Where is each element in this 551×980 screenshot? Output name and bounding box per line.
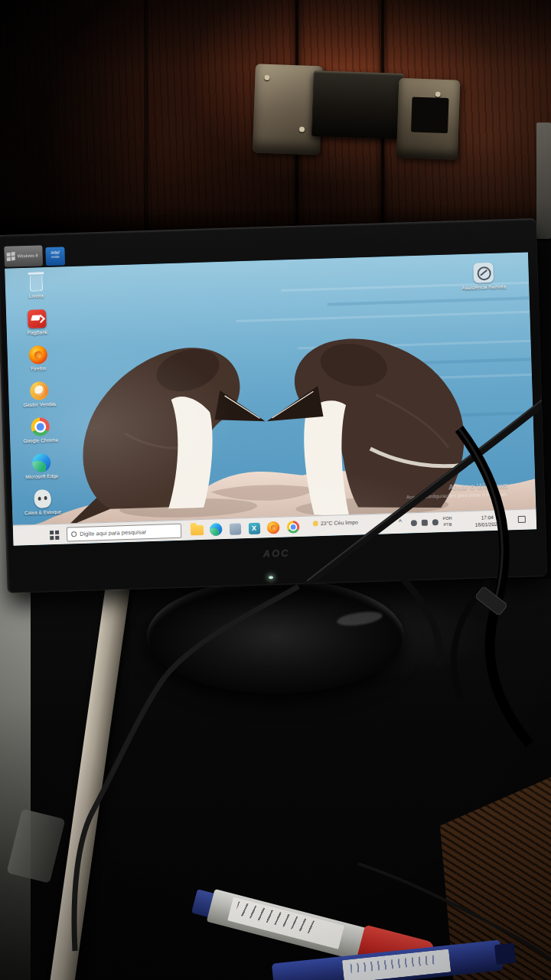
desktop-icon-pagbank[interactable]: PagBank [12, 309, 62, 345]
taskbar-word[interactable] [229, 522, 243, 536]
desktop-icon-caixa[interactable]: Caixa & Estoque [18, 488, 67, 524]
taskbar-file-explorer[interactable] [191, 524, 204, 537]
language-line1: POR [443, 516, 452, 522]
desktop-icon-recycle-bin[interactable]: Lixeira [11, 273, 60, 309]
sun-icon [313, 521, 318, 526]
intel-sticker: intel inside [45, 247, 65, 266]
language-indicator[interactable]: POR PTB [443, 516, 452, 528]
latch-slot [411, 97, 449, 134]
desktop-icon-column: Lixeira PagBank Firefox Gestor Vendas Go… [11, 273, 67, 527]
desktop-icon-edge[interactable]: Microsoft Edge [17, 452, 67, 488]
intel-sticker-subtext: inside [46, 255, 65, 259]
marker-tip [494, 943, 517, 965]
monitor-stand-base [147, 579, 404, 694]
firefox-icon [267, 521, 280, 534]
icon-label: Firefox [15, 365, 62, 372]
wallpaper-razorbills [5, 252, 536, 545]
icon-label: PagBank [14, 329, 61, 336]
remote-access-icon [473, 263, 494, 283]
desktop-icon-vendas[interactable]: Gestor Vendas [15, 381, 64, 417]
desktop-icon-firefox[interactable]: Firefox [13, 345, 63, 381]
windows-logo-icon [7, 252, 15, 261]
power-led [269, 576, 273, 579]
tray-icon-3[interactable] [432, 519, 439, 525]
weather-widget[interactable]: 23°C Céu limpo [313, 520, 358, 527]
icon-label: Microsoft Edge [18, 473, 66, 480]
language-line2: PTB [443, 521, 452, 528]
word-icon [230, 523, 241, 534]
recycle-bin-icon [29, 275, 43, 292]
wooden-cabinet [0, 0, 551, 240]
excel-icon [249, 523, 260, 534]
icon-label: Lixeira [12, 292, 60, 299]
taskbar-edge[interactable] [210, 523, 223, 537]
edge-icon [210, 523, 223, 536]
pagbank-icon [28, 309, 47, 328]
file-explorer-icon [191, 525, 204, 536]
wall-edge [536, 122, 551, 239]
chrome-icon [287, 521, 300, 534]
metal-latch [253, 51, 461, 165]
firefox-icon [28, 345, 47, 364]
taskbar-excel[interactable] [248, 522, 262, 536]
edge-icon [32, 453, 51, 472]
sales-app-icon [30, 381, 49, 400]
tray-expand-chevron[interactable]: ^ [399, 518, 403, 526]
desktop-icon-chrome[interactable]: Google Chrome [15, 417, 65, 453]
start-button[interactable] [50, 531, 54, 534]
windows-desktop-screen: Lixeira PagBank Firefox Gestor Vendas Go… [5, 252, 536, 545]
latch-bolt [311, 70, 404, 139]
chrome-icon [31, 417, 50, 436]
photo-scene: Windows 8 intel inside [0, 0, 551, 980]
monitor: Windows 8 intel inside [0, 218, 547, 593]
taskbar-chrome[interactable] [287, 521, 301, 534]
tray-icon-2[interactable] [422, 520, 428, 526]
clock[interactable]: 17:04 16/01/2024 [465, 514, 511, 528]
taskbar-firefox[interactable] [267, 521, 281, 535]
search-placeholder: Digite aqui para pesquisar [80, 528, 146, 537]
icon-label: Gestor Vendas [16, 401, 64, 408]
search-icon [71, 531, 77, 537]
desktop-icon-remote[interactable]: Assistência Remota [455, 262, 512, 291]
weather-text: 23°C Céu limpo [321, 520, 358, 527]
taskbar-search-box[interactable]: Digite aqui para pesquisar [67, 524, 182, 542]
icon-label: Caixa & Estoque [19, 508, 67, 515]
pos-app-icon [34, 488, 52, 508]
action-center-icon[interactable] [518, 516, 526, 523]
windows-sticker-text: Windows 8 [18, 253, 38, 258]
cabinet-frame-line [144, 0, 148, 240]
tray-icon-1[interactable] [411, 520, 417, 526]
icon-label: Google Chrome [17, 437, 64, 444]
clock-date: 16/01/2024 [465, 521, 510, 529]
windows-sticker: Windows 8 [4, 245, 43, 267]
